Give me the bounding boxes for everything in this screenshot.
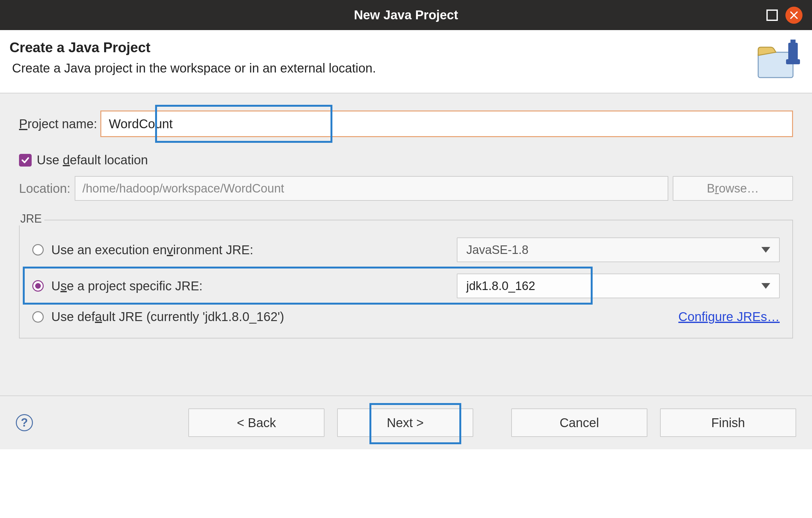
location-input bbox=[75, 176, 668, 201]
titlebar: New Java Project bbox=[0, 0, 812, 30]
jre-default-row: Use default JRE (currently 'jdk1.8.0_162… bbox=[32, 310, 780, 324]
location-label: Location: bbox=[19, 181, 70, 196]
wizard-header: Create a Java Project Create a Java proj… bbox=[0, 30, 812, 93]
jre-default-label: Use default JRE (currently 'jdk1.8.0_162… bbox=[51, 310, 284, 324]
project-name-row: Project name: bbox=[19, 111, 793, 137]
jre-project-specific-label: Use a project specific JRE: bbox=[51, 279, 203, 293]
svg-rect-1 bbox=[788, 43, 798, 62]
jre-group: JRE Use an execution environment JRE: Ja… bbox=[19, 220, 793, 339]
project-name-label: Project name: bbox=[19, 117, 97, 131]
svg-rect-3 bbox=[786, 59, 800, 64]
jre-default-radio[interactable] bbox=[32, 311, 44, 323]
page-subtitle: Create a Java project in the workspace o… bbox=[12, 61, 376, 75]
chevron-down-icon bbox=[761, 247, 770, 253]
jre-execution-env-radio[interactable] bbox=[32, 244, 44, 256]
location-row: Location: Browse… bbox=[19, 176, 793, 201]
finish-button[interactable]: Finish bbox=[660, 408, 796, 437]
jre-execution-env-label: Use an execution environment JRE: bbox=[51, 243, 253, 257]
next-button[interactable]: Next > bbox=[337, 408, 473, 437]
jre-project-specific-dropdown[interactable]: jdk1.8.0_162 bbox=[457, 274, 780, 298]
project-name-input[interactable] bbox=[100, 111, 793, 137]
jre-execution-env-row: Use an execution environment JRE: JavaSE… bbox=[32, 237, 780, 262]
maximize-icon[interactable] bbox=[766, 9, 778, 21]
jre-execution-env-dropdown[interactable]: JavaSE-1.8 bbox=[457, 237, 780, 262]
use-default-location-checkbox[interactable] bbox=[19, 154, 32, 167]
jre-legend: JRE bbox=[18, 212, 44, 225]
wizard-content: Project name: Use default location Locat… bbox=[0, 93, 812, 339]
page-title: Create a Java Project bbox=[9, 39, 376, 55]
jre-project-specific-radio[interactable] bbox=[32, 280, 44, 292]
browse-button[interactable]: Browse… bbox=[673, 176, 793, 201]
configure-jres-link[interactable]: Configure JREs… bbox=[678, 310, 780, 324]
svg-rect-0 bbox=[758, 52, 793, 78]
use-default-location-row: Use default location bbox=[19, 153, 793, 167]
jre-project-specific-row: Use a project specific JRE: jdk1.8.0_162 bbox=[32, 268, 780, 304]
window-title: New Java Project bbox=[354, 8, 458, 22]
close-icon[interactable] bbox=[785, 7, 803, 24]
svg-rect-2 bbox=[790, 39, 795, 45]
help-icon[interactable]: ? bbox=[16, 414, 33, 431]
wizard-footer: ? < Back Next > Cancel Finish bbox=[0, 396, 812, 449]
wizard-icon bbox=[752, 39, 803, 85]
wizard-header-text: Create a Java Project Create a Java proj… bbox=[9, 39, 376, 75]
chevron-down-icon bbox=[761, 283, 770, 289]
back-button[interactable]: < Back bbox=[188, 408, 324, 437]
use-default-location-label: Use default location bbox=[37, 153, 148, 167]
footer-buttons: < Back Next > Cancel Finish bbox=[188, 408, 796, 437]
spacer bbox=[0, 339, 812, 396]
window-controls bbox=[766, 7, 803, 24]
cancel-button[interactable]: Cancel bbox=[511, 408, 647, 437]
